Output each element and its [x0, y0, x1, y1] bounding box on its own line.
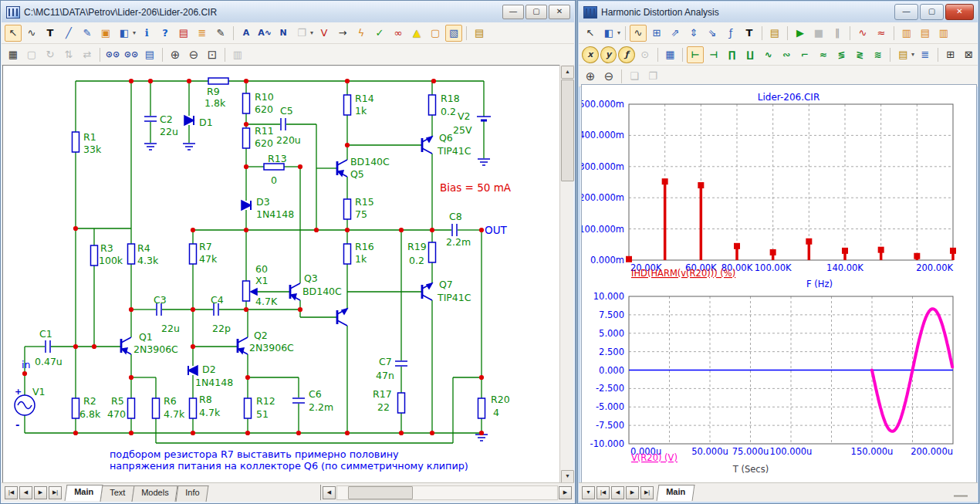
info-mode-icon[interactable]: ℹ	[138, 25, 155, 42]
zoom-in-icon[interactable]: ⊕	[167, 46, 184, 63]
schematic-nav-2[interactable]: ▶	[34, 486, 47, 499]
paste-icon-dropdown[interactable]: ▾	[310, 29, 313, 36]
resize-grip[interactable]	[954, 494, 968, 497]
close-button[interactable]: ✕	[945, 4, 974, 20]
peak-icon[interactable]: ∏	[724, 46, 741, 63]
edit-notes-icon[interactable]: ✎	[212, 25, 229, 42]
zoom-out-icon[interactable]: ⊖	[185, 46, 202, 63]
global-high-icon[interactable]: ≶	[833, 46, 850, 63]
x-axis-settings-icon[interactable]: x	[582, 46, 599, 63]
overlap-plots-icon[interactable]: ▤	[917, 25, 934, 42]
inflection-icon[interactable]: ≈	[815, 46, 832, 63]
file-list-icon[interactable]: ≣	[194, 25, 211, 42]
hscroll-thumb[interactable]	[348, 486, 413, 499]
find-text-icon[interactable]: A	[238, 25, 255, 42]
goto-flag-icon[interactable]: ▤	[141, 46, 158, 63]
graphics-shape-icon-dropdown[interactable]: ▾	[617, 29, 620, 36]
separate-plots-icon[interactable]: ▥	[935, 25, 952, 42]
text-mode-icon[interactable]: T	[741, 25, 758, 42]
formula-mode-icon[interactable]: ƒ	[722, 25, 739, 42]
show-node-numbers-icon[interactable]: →	[334, 25, 351, 42]
minimize-button[interactable]: —	[894, 4, 918, 20]
zoom-in-icon[interactable]: ⊕	[582, 68, 599, 85]
same-scales-icon[interactable]: ⊠	[960, 46, 977, 63]
zoom-out-icon[interactable]: ⊖	[600, 68, 617, 85]
line-mode-icon[interactable]: ╱	[60, 25, 77, 42]
cursor-right-icon[interactable]: ⊣	[705, 46, 722, 63]
new-page-icon[interactable]: ▢	[427, 25, 444, 42]
low-icon[interactable]: ∾	[779, 46, 796, 63]
show-node-voltages-icon[interactable]: ϟ	[353, 25, 370, 42]
slope-icon[interactable]: ⌐	[796, 46, 813, 63]
picture-mode-icon[interactable]: ▣	[97, 25, 114, 42]
schematic-nav-3[interactable]: ▶|	[49, 486, 62, 499]
analysis-nav-3[interactable]: ▶	[626, 486, 639, 499]
vertical-scale-icon[interactable]: ⇕	[685, 25, 702, 42]
schematic-hscrollbar[interactable]	[336, 485, 558, 500]
minimize-button[interactable]: —	[502, 5, 524, 19]
analysis-nav-1[interactable]: |◀	[596, 486, 610, 499]
vscroll-thumb[interactable]	[561, 79, 574, 181]
schematic-canvas-area[interactable]: +-R133kC222uD1R91.8kR10620C5220uR11620R1…	[2, 65, 563, 485]
scale-mode-icon[interactable]: ⇗	[667, 25, 684, 42]
graphics-mode-icon[interactable]: ✎	[79, 25, 96, 42]
accumulate-plots-icon[interactable]: ▥	[898, 25, 915, 42]
align-cursors-icon[interactable]: ⊞	[942, 46, 959, 63]
run-icon[interactable]: ▶	[792, 25, 809, 42]
scroll-up-icon[interactable]: ▲	[561, 66, 574, 79]
component-shape-icon-dropdown[interactable]: ▾	[133, 29, 136, 36]
help-mode-icon[interactable]: ?	[157, 25, 174, 42]
select-region-icon[interactable]: ▦	[5, 46, 22, 63]
schematic-vscrollbar[interactable]: ▲ ▼	[559, 65, 573, 484]
find-icon[interactable]: ⊙⊙	[104, 46, 121, 63]
find-node-icon[interactable]: N	[275, 25, 292, 42]
analysis-tab-main[interactable]: Main	[657, 485, 695, 501]
high-icon[interactable]: ∿	[760, 46, 777, 63]
numeric-output-icon[interactable]: ≣	[917, 46, 934, 63]
find-wave-icon[interactable]: A∿	[256, 25, 273, 42]
maximize-button[interactable]: ▢	[920, 4, 944, 20]
scroll-down-icon[interactable]: ▼	[561, 470, 574, 483]
schematic-tab-models[interactable]: Models	[132, 485, 178, 502]
data-points-icon[interactable]: ⊞	[648, 25, 665, 42]
model-check-icon[interactable]: ▤	[175, 25, 192, 42]
find-voltage-icon[interactable]: V	[316, 25, 333, 42]
edit-limits-icon[interactable]: ▦	[662, 46, 679, 63]
schematic-tab-text[interactable]: Text	[100, 485, 135, 502]
y-axis-settings-icon[interactable]: y	[600, 46, 617, 63]
show-warnings-icon[interactable]: ▲	[408, 25, 425, 42]
block-select-mode-icon[interactable]: ▧	[445, 25, 462, 42]
analysis-nav-0[interactable]: ▼	[582, 486, 595, 499]
show-pin-connections-icon[interactable]: ∞	[390, 25, 407, 42]
zoom-area-icon[interactable]: ⊡	[204, 46, 221, 63]
analysis-nav-2[interactable]: ◀	[611, 486, 624, 499]
select-tool-icon[interactable]: ↖	[5, 25, 22, 42]
cursor-left-icon[interactable]: ⊢	[687, 46, 704, 63]
schematic-tab-info[interactable]: Info	[175, 485, 208, 502]
scope-mode-icon[interactable]: ∿	[630, 25, 647, 42]
schematic-tab-main[interactable]: Main	[65, 485, 103, 501]
next-object-icon[interactable]: ⇘	[704, 25, 721, 42]
global-low-icon[interactable]: ≷	[851, 46, 868, 63]
analysis-plots[interactable]: Lider-206.CIR500.000m400.000m300.000m200…	[582, 85, 976, 485]
analysis-titlebar[interactable]: Harmonic Distortion Analysis — ▢ ✕	[579, 2, 978, 23]
fx-settings-icon[interactable]: ƒ	[618, 46, 635, 63]
find-repeat-icon[interactable]: ⊙⊙	[123, 46, 140, 63]
schematic-nav-1[interactable]: ◀	[19, 486, 32, 499]
hscroll-left-icon[interactable]: ◀	[323, 486, 336, 499]
clipboard-icon-dropdown[interactable]: ▾	[911, 51, 914, 58]
intermod-plot-icon[interactable]: ≈	[873, 25, 890, 42]
select-tool-icon[interactable]: ↖	[582, 25, 599, 42]
wire-mode-icon[interactable]: ∿	[23, 25, 40, 42]
thd-plot-icon[interactable]: ∿	[854, 25, 871, 42]
close-button[interactable]: ✕	[549, 5, 570, 19]
text-mode-icon[interactable]: T	[42, 25, 59, 42]
maximize-button[interactable]: ▢	[525, 5, 547, 19]
properties-icon[interactable]: ▤	[766, 25, 783, 42]
properties-icon[interactable]: ▤	[471, 25, 488, 42]
valley-icon[interactable]: ∐	[742, 46, 759, 63]
schematic-drawing[interactable]: +-R133kC222uD1R91.8kR10620C5220uR11620R1…	[3, 66, 563, 485]
analysis-plot-area[interactable]: Lider-206.CIR500.000m400.000m300.000m200…	[581, 84, 977, 485]
schematic-nav-0[interactable]: |◀	[5, 486, 18, 499]
clipboard-icon[interactable]: ▤	[894, 46, 911, 63]
